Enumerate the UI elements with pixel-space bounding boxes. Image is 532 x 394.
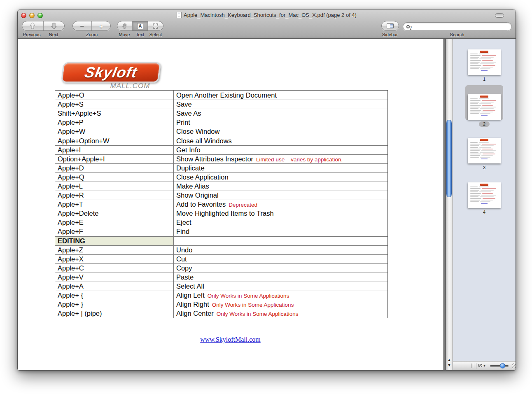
zoom-out-button[interactable]: − — [73, 21, 91, 30]
shortcut-row: Shift+Apple+SSave As — [55, 109, 387, 118]
thumbnail-page-number: 3 — [483, 165, 485, 170]
drag-handle-icon[interactable] — [471, 364, 474, 368]
search-label: Search — [450, 32, 464, 37]
shortcut-action-cell: Show Original — [174, 191, 387, 199]
next-page-button[interactable] — [43, 21, 65, 30]
shortcut-key-cell: Apple+C — [55, 264, 174, 273]
window-chrome: Apple_Macintosh_Keyboard_Shortcuts_for_M… — [18, 9, 516, 39]
shortcut-action-cell: Get Info — [174, 146, 387, 154]
search-field[interactable]: ▾ — [403, 22, 512, 31]
sidebar-button[interactable] — [381, 21, 399, 31]
zoom-window-button[interactable] — [37, 13, 43, 18]
previous-label: Previous — [23, 32, 41, 37]
page-thumbnail-3[interactable]: 3 — [468, 138, 501, 170]
shortcut-row: Apple+SSave — [55, 100, 387, 109]
page-thumbnail-4[interactable]: 4 — [468, 182, 501, 215]
shortcut-action-cell: Save — [174, 100, 387, 108]
tool-mode-control: A — [117, 21, 163, 31]
skyloftmall-link[interactable]: www.SkyloftMall.com — [200, 336, 261, 343]
skyloft-logo: Skyloft — [61, 62, 161, 83]
zoom-in-button[interactable]: + — [91, 21, 110, 30]
thumbnail-image[interactable] — [468, 94, 501, 120]
shortcut-key-cell: Apple+V — [55, 273, 174, 282]
shortcut-key-cell: Apple+I — [55, 146, 174, 154]
shortcut-key-cell: Apple+W — [55, 127, 174, 136]
thumbnail-page-number: 4 — [483, 210, 485, 215]
shortcut-key-cell: Apple+S — [55, 100, 174, 109]
shortcut-key-cell: Apple+A — [55, 282, 174, 291]
next-label: Next — [49, 32, 58, 37]
shortcut-row: Apple+LMake Alias — [55, 182, 387, 191]
sidebar-footer: ▾ — [453, 361, 516, 370]
shortcut-key-cell: Apple+L — [55, 182, 174, 191]
shortcut-note: Only Works in Some Applications — [212, 302, 294, 308]
shortcut-row: Option+Apple+IShow Attributes InspectorL… — [55, 154, 387, 163]
zoom-control: − + — [72, 21, 111, 31]
text-label: Text — [136, 32, 144, 37]
move-tool-button[interactable] — [117, 21, 132, 30]
document-icon — [177, 12, 182, 18]
previous-page-button[interactable] — [22, 21, 43, 30]
down-arrow-icon — [51, 22, 57, 30]
vertical-scrollbar[interactable]: ▲ ▼ — [446, 39, 453, 370]
titlebar[interactable]: Apple_Macintosh_Keyboard_Shortcuts_for_M… — [18, 9, 516, 21]
shortcut-action-cell: Align RightOnly Works in Some Applicatio… — [174, 301, 387, 308]
sidebar-icon — [387, 23, 394, 28]
shortcut-action-cell: Open Another Existing Document — [174, 91, 387, 99]
thumbnail-size-slider[interactable] — [490, 365, 509, 367]
shortcut-action-cell: Show Attributes InspectorLimited use – v… — [174, 155, 387, 163]
preview-window: Apple_Macintosh_Keyboard_Shortcuts_for_M… — [17, 9, 516, 371]
shortcut-row: Apple+Option+WClose all Windows — [55, 136, 387, 145]
search-input[interactable] — [413, 23, 508, 30]
toolbar-toggle-pill[interactable] — [495, 13, 504, 18]
shortcut-note: Only Works in Some Applications — [208, 293, 289, 299]
shortcut-note: Only Works in Some Applications — [217, 311, 299, 317]
scroll-down-arrow[interactable]: ▼ — [446, 363, 453, 368]
slider-knob[interactable] — [500, 363, 505, 368]
thumbnail-image[interactable] — [468, 49, 501, 75]
view-options-button[interactable]: ▾ — [478, 364, 485, 368]
minimize-button[interactable] — [29, 13, 35, 18]
pdf-page-view[interactable]: Skyloft MALL.COM Apple+OOpen Another Exi… — [18, 39, 443, 370]
window-resize-grip[interactable] — [512, 363, 516, 369]
shortcut-action-cell: Copy — [174, 264, 387, 272]
shortcut-row: EDITING — [55, 236, 387, 245]
text-tool-button[interactable]: A — [132, 21, 147, 30]
shortcut-action-cell: Paste — [174, 273, 387, 281]
select-rect-icon — [153, 23, 158, 29]
thumbnail-image[interactable] — [468, 182, 501, 208]
shortcut-row: Apple+ASelect All — [55, 282, 387, 291]
shortcut-action-cell: Print — [174, 119, 387, 126]
thumbnail-image[interactable] — [468, 138, 501, 163]
shortcut-action-cell: Close Window — [174, 128, 387, 135]
shortcut-row: Apple+DDuplicate — [55, 163, 387, 173]
shortcut-key-cell: Apple+ { — [55, 291, 174, 300]
minus-icon: − — [80, 23, 84, 30]
shortcut-key-cell: Apple+T — [55, 200, 174, 209]
page-thumbnail-2[interactable]: 2 — [468, 94, 501, 127]
shortcut-action-cell: Add to FavoritesDeprecated — [174, 200, 387, 208]
shortcut-row: Apple+TAdd to FavoritesDeprecated — [55, 200, 387, 209]
scrollbar-thumb[interactable] — [446, 120, 452, 197]
shortcut-row: Apple+PPrint — [55, 118, 387, 127]
select-tool-button[interactable] — [148, 21, 163, 30]
shortcut-action-cell: Cut — [174, 255, 387, 263]
close-button[interactable] — [21, 13, 26, 18]
thumbnail-page-number: 2 — [479, 121, 490, 127]
shortcut-action-cell: Close all Windows — [174, 137, 387, 145]
shortcut-key-cell: Apple+D — [55, 164, 174, 173]
thumbnail-sidebar: 1234 ▾ — [453, 39, 516, 370]
sidebar-label: Sidebar — [382, 32, 398, 37]
shortcut-row: Apple+ZUndo — [55, 245, 387, 254]
shortcut-key-cell: Apple+P — [55, 118, 174, 127]
shortcut-action-cell: Select All — [174, 282, 387, 290]
shortcut-key-cell: Apple+Q — [55, 173, 174, 182]
shortcut-key-cell: Apple+Option+W — [55, 136, 174, 145]
shortcut-row: Apple+CCopy — [55, 263, 387, 273]
page-thumbnail-1[interactable]: 1 — [468, 49, 501, 82]
shortcut-row: Apple+ {Align LeftOnly Works in Some App… — [55, 291, 387, 300]
select-label: Select — [149, 32, 162, 37]
shortcut-table: Apple+OOpen Another Existing DocumentApp… — [55, 90, 388, 318]
shortcut-action-cell: Save As — [174, 110, 387, 117]
scroll-up-arrow[interactable]: ▲ — [446, 357, 453, 363]
